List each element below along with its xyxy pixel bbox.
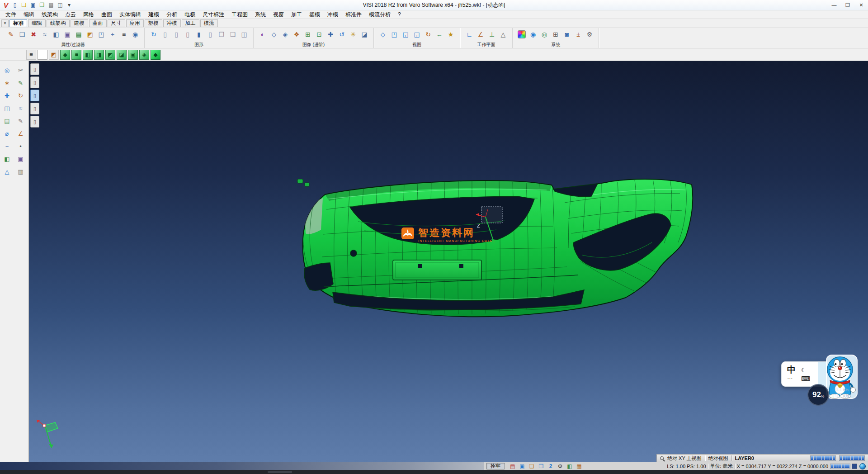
tab-4[interactable]: 建模 <box>71 19 88 27</box>
view-shaded-cube-icon[interactable]: ◆ <box>151 50 160 60</box>
wire-filter-icon[interactable]: ≈ <box>40 29 50 39</box>
palette-tab-5[interactable]: ▯ <box>30 116 39 128</box>
menu-item-18[interactable]: 标准件 <box>342 10 365 19</box>
snapshot-icon[interactable]: ◙ <box>562 29 572 39</box>
workspace-color-icon[interactable] <box>852 464 857 469</box>
tab-overflow-caret[interactable]: ▾ <box>1 19 9 27</box>
tab-11[interactable]: 模流 <box>200 19 218 27</box>
menu-item-5[interactable]: 网格 <box>80 10 98 19</box>
right-view-icon[interactable]: ◲ <box>412 29 422 39</box>
blank-view-slot[interactable] <box>38 50 47 60</box>
menu-item-20[interactable]: ? <box>394 10 405 19</box>
menu-item-12[interactable]: 工程图 <box>228 10 251 19</box>
system-config-icon[interactable]: ⚙ <box>585 29 594 39</box>
close-button[interactable]: ✕ <box>854 0 868 10</box>
trim-tool-icon[interactable]: ✂ <box>15 65 26 76</box>
shade-options-icon[interactable]: ◎ <box>539 29 549 39</box>
workplane-3points-icon[interactable]: ∠ <box>476 29 486 39</box>
menu-item-11[interactable]: 尺寸标注 <box>199 10 228 19</box>
front-view-icon[interactable]: ◱ <box>401 29 410 39</box>
color-palette-icon[interactable] <box>518 30 526 38</box>
menu-item-8[interactable]: 建模 <box>145 10 163 19</box>
point-icon[interactable]: • <box>15 141 26 152</box>
surface-tool-icon[interactable]: ◧ <box>2 153 13 164</box>
menu-item-3[interactable]: 线架构 <box>38 10 61 19</box>
tab-10[interactable]: 加工 <box>182 19 199 27</box>
new-file-icon[interactable]: ▯ <box>11 1 19 9</box>
menu-item-1[interactable]: 文件 <box>2 10 20 19</box>
hidden-line-icon[interactable]: ◈ <box>280 29 290 39</box>
overlay-page-icon[interactable]: ❐ <box>217 29 226 39</box>
status-help-icon[interactable]: 2 <box>547 463 554 470</box>
menu-item-2[interactable]: 编辑 <box>20 10 38 19</box>
iso-view-icon[interactable]: ◇ <box>378 29 388 39</box>
workplane-manager-icon[interactable]: △ <box>498 29 508 39</box>
maximize-button[interactable]: ❐ <box>841 0 854 10</box>
status-save-icon[interactable]: ▣ <box>519 463 526 470</box>
refresh-graphics-icon[interactable]: ↻ <box>149 29 159 39</box>
workspace-icon[interactable]: ❐ <box>38 1 46 9</box>
offset-icon[interactable]: ≈ <box>15 103 26 114</box>
layer-indicator[interactable]: LAYER0 <box>735 455 754 461</box>
open-file-icon[interactable]: ❏ <box>20 1 28 9</box>
copy-attributes-icon[interactable]: ❏ <box>17 29 27 39</box>
search-icon[interactable] <box>660 456 664 460</box>
edit-attributes-icon[interactable]: ✎ <box>6 29 16 39</box>
menu-item-10[interactable]: 电极 <box>181 10 199 19</box>
tab-3[interactable]: 线架构 <box>47 19 70 27</box>
menu-item-9[interactable]: 分析 <box>163 10 181 19</box>
menu-item-19[interactable]: 模流分析 <box>365 10 394 19</box>
save-file-icon[interactable]: ▣ <box>29 1 37 9</box>
zoom-extents-icon[interactable]: ⊡ <box>314 29 324 39</box>
compare-pages-icon[interactable]: ◫ <box>239 29 249 39</box>
workplane-standard-icon[interactable]: ∟ <box>464 29 474 39</box>
measure-icon[interactable]: ✎ <box>15 77 26 88</box>
solid-tool-icon[interactable]: ▣ <box>15 153 26 164</box>
workplane-gizmo[interactable]: Z <box>474 205 510 248</box>
top-view-icon[interactable]: ◰ <box>389 29 399 39</box>
view-cube-top-icon[interactable]: ■ <box>71 50 81 60</box>
notes-icon[interactable]: ✎ <box>15 115 26 126</box>
quickbar-dropdown-caret[interactable]: ▾ <box>65 1 73 9</box>
view-manager-icon[interactable]: ★ <box>446 29 456 39</box>
tab-9[interactable]: 冲模 <box>163 19 181 27</box>
print-icon[interactable]: ▤ <box>47 1 55 9</box>
axis-cube-icon[interactable]: ◩ <box>49 50 59 60</box>
rotate-view-icon[interactable]: ↺ <box>337 29 347 39</box>
layer-filter-icon[interactable]: ▤ <box>74 29 84 39</box>
view-cube-right-icon[interactable]: ◪ <box>117 50 127 60</box>
minimize-button[interactable]: — <box>827 0 841 10</box>
palette-tab-4[interactable]: ▯ <box>30 103 39 114</box>
quick-select-icon[interactable]: + <box>108 29 118 39</box>
menu-item-7[interactable]: 实体编辑 <box>116 10 145 19</box>
rotate-view-2-icon[interactable]: ↻ <box>423 29 433 39</box>
report-icon[interactable]: ▥ <box>15 166 26 177</box>
ime-more-icon[interactable]: ⋯ <box>787 376 796 381</box>
workplane-normal-icon[interactable]: ⊥ <box>487 29 497 39</box>
light-settings-icon[interactable]: ✳ <box>348 29 358 39</box>
status-clipboard-icon[interactable]: ▤ <box>509 463 516 470</box>
view-mode-indicator[interactable]: 绝对 XY 上视图 <box>667 455 702 462</box>
zoom-window-icon[interactable]: ⊞ <box>303 29 313 39</box>
move-icon[interactable]: ✚ <box>2 90 13 101</box>
grid-settings-icon[interactable]: ⊞ <box>551 29 561 39</box>
properties-icon[interactable]: ◉ <box>130 29 140 39</box>
view-menu-icon[interactable]: ≡ <box>26 50 36 60</box>
menu-item-14[interactable]: 视窗 <box>269 10 288 19</box>
selection-list-icon[interactable]: ≡ <box>119 29 129 39</box>
pan-view-icon[interactable]: ✚ <box>326 29 335 39</box>
menu-item-4[interactable]: 点云 <box>61 10 80 19</box>
menu-item-16[interactable]: 塑模 <box>306 10 324 19</box>
wireframe-view-icon[interactable]: ◇ <box>269 29 279 39</box>
tab-2[interactable]: 编辑 <box>28 19 46 27</box>
color-filter-icon[interactable]: ◩ <box>85 29 95 39</box>
delete-filter-icon[interactable]: ✖ <box>28 29 38 39</box>
solid-filter-icon[interactable]: ▣ <box>62 29 72 39</box>
menu-item-15[interactable]: 加工 <box>288 10 306 19</box>
view-cube-front-icon[interactable]: ◧ <box>83 50 93 60</box>
view-cube-bottom-icon[interactable]: ▣ <box>128 50 138 60</box>
section-view-icon[interactable]: ◪ <box>359 29 369 39</box>
bumper-model[interactable] <box>282 175 698 325</box>
status-gear-icon[interactable]: ⚙ <box>557 463 564 470</box>
layers-icon[interactable]: ▤ <box>2 115 13 126</box>
